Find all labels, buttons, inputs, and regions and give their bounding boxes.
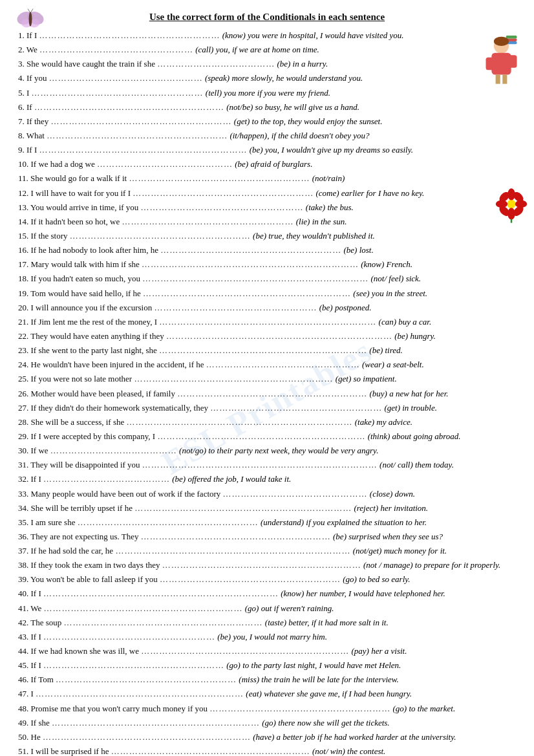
sentence-num: 40.	[18, 589, 28, 598]
sentence-dots: ……………………………………………………	[43, 660, 224, 670]
list-item: 45. If I …………………………………………………… (go) to th…	[18, 659, 516, 672]
list-item: 30. If we …………………………………… (not/go) to the…	[18, 444, 516, 457]
sentence-dots: ……………………………………………………	[39, 30, 220, 40]
sentence-num: 21.	[18, 317, 28, 327]
sentence-dots: ……………………………………………………	[70, 231, 251, 241]
sentence-dots: ………………………………………………………	[141, 532, 331, 541]
sentence-text: If we had known she was ill, we	[31, 646, 142, 656]
list-item: 35. I am sure she …………………………………………………… (…	[18, 516, 516, 529]
list-item: 32. If I …………………………………… (be) offered the…	[18, 473, 516, 486]
sentence-dots: ……………………………………………	[49, 73, 203, 83]
list-item: 17. Mary would talk with him if she ……………	[18, 258, 516, 271]
sentence-num: 41.	[18, 603, 28, 613]
sentence-dots: ……………………………………………………………	[39, 145, 248, 155]
sentence-num: 44.	[18, 646, 28, 656]
sentence-text: We	[27, 45, 39, 54]
sentence-dots: ………………………………………………	[154, 303, 317, 312]
sentence-dots: …………………………………………………………	[162, 560, 361, 570]
sentence-clue: (not/go) to their party next week, they …	[179, 446, 378, 455]
sentence-num: 26.	[18, 389, 28, 398]
sentence-clue: (close) down.	[370, 489, 415, 499]
list-item: 19. Tom would have said hello, if he …………	[18, 287, 516, 300]
sentence-num: 27.	[18, 403, 28, 413]
sentence-text: If I	[27, 145, 39, 155]
sentence-num: 42.	[18, 618, 28, 627]
sentence-text: If she went to the party last night, she	[31, 345, 160, 355]
sentence-num: 36.	[18, 532, 28, 541]
list-item: 37. If he had sold the car, he …………………………	[18, 545, 516, 557]
list-item: 24. He wouldn't have been injured in the…	[18, 358, 516, 371]
sentence-clue: (buy) a new hat for her.	[369, 389, 448, 398]
sentence-dots: ……………………………………………………	[47, 131, 228, 140]
sentence-dots: ……………………………………………………………	[43, 732, 251, 742]
sentence-dots: ……………………………………………………………	[157, 431, 365, 441]
sentence-num: 15.	[18, 231, 28, 241]
sentence-clue: (not/be) so busy, he will give us a hand…	[226, 102, 359, 112]
sentence-text: I will have to wait for you if I	[31, 188, 133, 198]
sentence-dots: ……………………………………………	[206, 360, 360, 369]
sentence-num: 51.	[18, 746, 28, 756]
sentence-num: 24.	[18, 360, 28, 369]
list-item: 51. I will be surprised if he ……………………………	[18, 745, 516, 756]
sentence-num: 47.	[18, 689, 28, 698]
sentence-text: He	[31, 732, 43, 742]
sentence-dots: ………………………………………………………	[34, 102, 224, 112]
sentence-num: 43.	[18, 632, 28, 642]
sentence-text: Mother would have been pleased, if famil…	[31, 389, 178, 398]
sentence-text: If she	[31, 718, 52, 728]
sentence-num: 50.	[18, 732, 28, 742]
sentence-text: If I	[27, 30, 39, 40]
sentence-clue: (not/get) much money for it.	[353, 546, 447, 556]
sentence-clue: (go) to bed so early.	[343, 574, 410, 584]
list-item: 29. If I were accepted by this company, …	[18, 430, 516, 443]
sentence-num: 6.	[18, 102, 25, 112]
sentence-clue: (be) offered the job, I would take it.	[172, 474, 291, 484]
sentence-clue: (go) there now she will get the tickets.	[262, 718, 389, 728]
sentence-clue: (be) postponed.	[319, 303, 372, 312]
sentence-num: 2.	[18, 45, 25, 54]
list-item: 6. If ……………………………………………………… (not/be) so …	[18, 101, 516, 114]
sentence-text: They would have eaten anything if they	[30, 331, 166, 341]
sentence-text: Mary would talk with him if she	[31, 259, 142, 269]
sentence-clue: (be) you, I would not marry him.	[217, 632, 327, 642]
sentence-text: If the story	[31, 231, 70, 241]
list-item: 41. We ………………………………………………………… (go) out i…	[18, 602, 516, 615]
list-item: 13. You would arrive in time, if you …………	[18, 201, 516, 214]
sentence-num: 31.	[18, 460, 28, 470]
sentence-dots: ……………………………………………………………………	[43, 589, 279, 598]
list-item: 22. They would have eaten anything if th…	[18, 330, 516, 343]
sentence-num: 33.	[18, 489, 28, 499]
sentence-text: She will be a success, if she	[31, 417, 127, 427]
sentence-text: They will be disappointed if you	[30, 460, 142, 470]
list-item: 39. You won't be able to fall asleep if …	[18, 573, 516, 586]
sentence-clue: (not/ win) the contest.	[312, 746, 385, 756]
sentence-num: 35.	[18, 517, 28, 527]
sentence-dots: ……………………………………………………	[51, 116, 232, 126]
page-title: Use the correct form of the Conditionals…	[18, 12, 516, 23]
sentence-clue: (go) to the market.	[392, 704, 455, 713]
sentence-clue: (eat) whatever she gave me, if I had bee…	[246, 689, 412, 698]
sentence-num: 16.	[18, 245, 28, 255]
sentence-text: If he had sold the car, he	[31, 546, 116, 556]
list-item: 49. If she …………………………………………………………… (go) …	[18, 717, 516, 729]
sentence-dots: ……………………………………………………	[209, 704, 390, 713]
sentence-text: I	[27, 88, 32, 98]
sentence-text: She would go for a walk if it	[30, 173, 129, 183]
sentence-clue: (miss) the train he will be late for the…	[239, 675, 398, 684]
list-item: 26. Mother would have been pleased, if f…	[18, 387, 516, 400]
list-item: 48. Promise me that you won't carry much…	[18, 702, 516, 715]
sentence-num: 8.	[18, 131, 25, 140]
list-item: 44. If we had known she was ill, we ……………	[18, 645, 516, 658]
sentence-clue: (not/ feel) sick.	[371, 274, 422, 283]
sentence-clue: (be) hungry.	[394, 331, 436, 341]
sentence-clue: (wear) a seat-belt.	[362, 360, 424, 369]
sentence-num: 14.	[18, 217, 28, 226]
list-item: 23. If she went to the party last night,…	[18, 344, 516, 357]
sentence-clue: (take) the bus.	[306, 202, 354, 212]
list-item: 8. What …………………………………………………… (it/happen)…	[18, 129, 516, 142]
sentence-clue: (it/happen), if the child doesn't obey y…	[230, 131, 369, 140]
list-item: 18. If you hadn't eaten so much, you …………	[18, 272, 516, 285]
sentence-clue: (can) buy a car.	[379, 317, 432, 327]
sentence-text: If I	[31, 589, 44, 598]
sentence-dots: ……………………………………………………	[133, 188, 314, 198]
